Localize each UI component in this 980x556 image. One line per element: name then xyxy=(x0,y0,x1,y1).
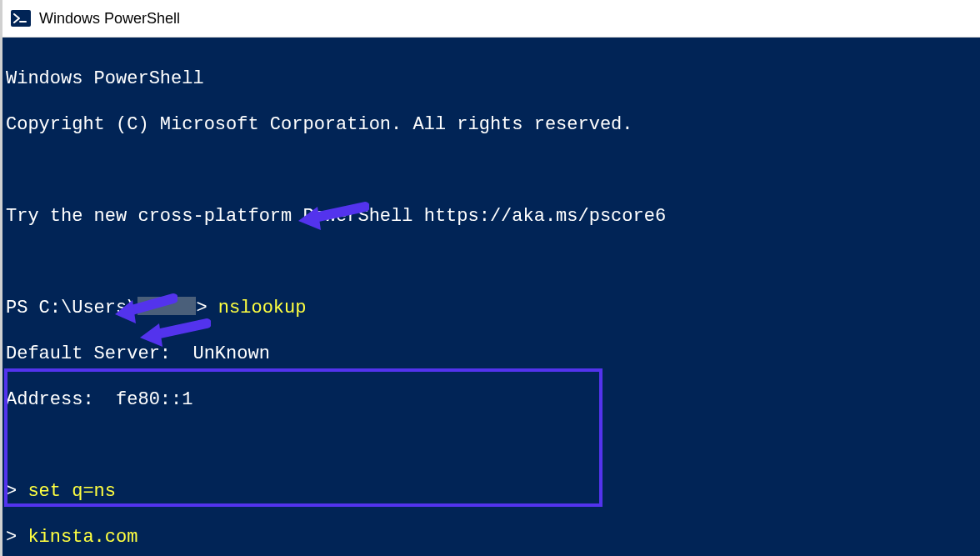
address-text: Address: fe80::1 xyxy=(6,389,192,410)
address-line: Address: fe80::1 xyxy=(6,388,977,412)
setq-command: set q=ns xyxy=(28,481,116,502)
window-title: Windows PowerShell xyxy=(39,10,180,28)
blank-line xyxy=(6,434,977,458)
powershell-icon xyxy=(11,8,31,28)
svg-rect-0 xyxy=(11,10,31,27)
banner-text: Windows PowerShell xyxy=(6,68,204,89)
prompt-line-nslookup: PS C:\Users\> nslookup xyxy=(6,297,977,320)
pscore-text: Try the new cross-platform PowerShell ht… xyxy=(6,206,666,227)
copyright-line: Copyright (C) Microsoft Corporation. All… xyxy=(6,113,977,137)
prompt-prefix: PS C:\Users\ xyxy=(6,298,138,318)
blank-line xyxy=(6,251,977,274)
domain-line: > kinsta.com xyxy=(6,526,977,549)
sub-prompt: > xyxy=(6,481,28,502)
nslookup-command: nslookup xyxy=(218,298,307,318)
pscore-line: Try the new cross-platform PowerShell ht… xyxy=(6,205,977,228)
redacted-username xyxy=(138,297,196,315)
powershell-window: Windows PowerShell Windows PowerShell Co… xyxy=(0,0,980,556)
arrow-annotation-domain xyxy=(136,271,211,396)
copyright-text: Copyright (C) Microsoft Corporation. All… xyxy=(6,114,633,135)
prompt-suffix: > xyxy=(196,298,218,318)
default-server-text: Default Server: UnKnown xyxy=(6,343,270,364)
default-server-line: Default Server: UnKnown xyxy=(6,343,977,366)
domain-command: kinsta.com xyxy=(28,527,138,548)
terminal-area[interactable]: Windows PowerShell Copyright (C) Microso… xyxy=(2,38,980,556)
setq-line: > set q=ns xyxy=(6,480,977,503)
sub-prompt: > xyxy=(6,527,28,548)
banner-line: Windows PowerShell xyxy=(6,68,977,91)
title-bar[interactable]: Windows PowerShell xyxy=(2,0,980,38)
blank-line xyxy=(6,159,977,183)
